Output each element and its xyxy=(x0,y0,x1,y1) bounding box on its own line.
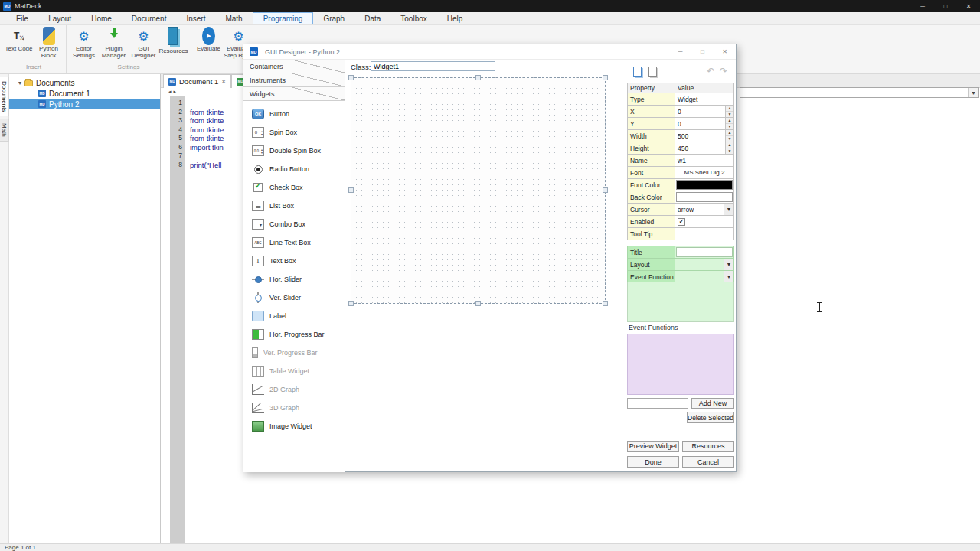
ribbon-button-text-code[interactable]: Text Code xyxy=(4,27,34,64)
widget-item-ver-progress-bar[interactable]: Ver. Progress Bar xyxy=(243,344,345,362)
maximize-icon[interactable]: □ xyxy=(934,0,957,12)
menu-tab-data[interactable]: Data xyxy=(354,12,390,24)
spin-down-icon[interactable]: ▼ xyxy=(726,148,733,154)
property-value-name[interactable]: w1 xyxy=(675,155,734,166)
add-new-button[interactable]: Add New xyxy=(691,398,734,409)
chevron-down-icon[interactable]: ▼ xyxy=(724,259,733,270)
selection-handle[interactable] xyxy=(348,75,354,80)
ribbon-button-resources[interactable]: Resources xyxy=(158,27,188,64)
selection-handle[interactable] xyxy=(348,187,354,193)
dialog-title-bar[interactable]: GUI Designer - Python 2 ─ □ ✕ xyxy=(243,44,736,60)
tab-scroll-arrows[interactable]: ◂▸ xyxy=(168,89,178,95)
tab-document-1[interactable]: Document 1 ✕ xyxy=(163,74,231,88)
property-value-font[interactable]: MS Shell Dlg 2 xyxy=(675,167,734,178)
widget-item-hor-progress-bar[interactable]: Hor. Progress Bar xyxy=(243,325,345,344)
section-containers[interactable]: Containers xyxy=(243,60,345,73)
close-icon[interactable]: ✕ xyxy=(957,0,980,12)
design-canvas[interactable] xyxy=(351,77,606,304)
top-right-dropdown[interactable]: ▼ xyxy=(740,87,979,98)
event-function-input[interactable] xyxy=(627,398,688,409)
paste-icon[interactable] xyxy=(648,67,657,77)
spinner-buttons[interactable]: ▲▼ xyxy=(725,142,733,154)
menu-tab-toolbox[interactable]: Toolbox xyxy=(390,12,436,24)
spin-down-icon[interactable]: ▼ xyxy=(726,136,733,142)
section-widgets[interactable]: Widgets xyxy=(243,87,345,101)
undo-icon[interactable]: ↶ xyxy=(707,66,714,77)
property-value-width[interactable]: 500▲▼ xyxy=(675,130,734,142)
menu-tab-graph[interactable]: Graph xyxy=(313,12,354,24)
widget-item-table-widget[interactable]: Table Widget xyxy=(243,362,345,380)
cancel-button[interactable]: Cancel xyxy=(682,456,734,468)
property-value-y[interactable]: 0▲▼ xyxy=(675,118,734,129)
close-icon[interactable]: ✕ xyxy=(221,79,226,85)
tree-item-document-1[interactable]: Document 1 xyxy=(9,88,160,99)
chevron-down-icon[interactable]: ▼ xyxy=(968,88,978,97)
property-value-font-color[interactable] xyxy=(675,179,734,191)
widget-item-image-widget[interactable]: Image Widget xyxy=(243,417,345,435)
property-value-back-color[interactable] xyxy=(675,191,734,203)
preview-widget-button[interactable]: Preview Widget xyxy=(627,441,679,452)
menu-tab-math[interactable]: Math xyxy=(215,12,252,24)
inline-input[interactable] xyxy=(676,247,733,257)
menu-tab-insert[interactable]: Insert xyxy=(176,12,215,24)
property-value-cursor[interactable]: arrow▼ xyxy=(675,204,734,215)
widget-item-hor-slider[interactable]: Hor. Slider xyxy=(243,270,345,289)
menu-tab-help[interactable]: Help xyxy=(437,12,473,24)
selection-handle[interactable] xyxy=(603,187,608,193)
menu-tab-file[interactable]: File xyxy=(6,12,38,24)
spin-up-icon[interactable]: ▲ xyxy=(726,130,733,136)
selection-handle[interactable] xyxy=(475,301,481,306)
vertical-tab-math[interactable]: Math xyxy=(0,119,9,142)
vertical-tab-documents[interactable]: Documents xyxy=(0,77,9,116)
spin-up-icon[interactable]: ▲ xyxy=(726,118,733,124)
spinner-buttons[interactable]: ▲▼ xyxy=(725,106,733,117)
widget-item-list-box[interactable]: List Box xyxy=(243,197,345,215)
minimize-icon[interactable]: ─ xyxy=(669,44,691,59)
tree-item-python-2[interactable]: Python 2 xyxy=(9,99,160,109)
property-value-type[interactable]: Widget xyxy=(675,93,734,105)
chevron-down-icon[interactable]: ▼ xyxy=(724,204,733,215)
selection-handle[interactable] xyxy=(603,75,608,80)
widget-item-radio-button[interactable]: Radio Button xyxy=(243,160,345,178)
spinner-buttons[interactable]: ▲▼ xyxy=(725,118,733,129)
menu-tab-home[interactable]: Home xyxy=(81,12,122,24)
widget-item-check-box[interactable]: Check Box xyxy=(243,178,345,197)
done-button[interactable]: Done xyxy=(627,456,679,468)
widget-item-line-text-box[interactable]: Line Text Box xyxy=(243,233,345,252)
widget-item-label[interactable]: Label xyxy=(243,307,345,325)
ribbon-button-evaluate[interactable]: Evaluate xyxy=(194,27,224,64)
property-value-event-function[interactable]: ▼ xyxy=(675,271,734,282)
ribbon-button-editor-settings[interactable]: Editor Settings xyxy=(69,27,99,64)
ribbon-button-gui-designer[interactable]: GUI Designer xyxy=(129,27,158,64)
spinner-buttons[interactable]: ▲▼ xyxy=(725,130,733,142)
delete-selected-button[interactable]: Delete Selected xyxy=(687,412,734,423)
section-instruments[interactable]: Instruments xyxy=(243,73,345,87)
tree-root-documents[interactable]: ▾Documents xyxy=(9,77,160,88)
copy-icon[interactable] xyxy=(633,67,642,77)
widget-item-double-spin-box[interactable]: Double Spin Box xyxy=(243,142,345,160)
resources-button[interactable]: Resources xyxy=(682,441,734,452)
minimize-icon[interactable]: ─ xyxy=(911,0,934,12)
selection-handle[interactable] xyxy=(603,301,608,306)
widget-item-spin-box[interactable]: Spin Box xyxy=(243,123,345,142)
spin-up-icon[interactable]: ▲ xyxy=(726,142,733,148)
class-name-input[interactable] xyxy=(371,61,495,71)
chevron-down-icon[interactable]: ▼ xyxy=(724,271,733,282)
property-value-x[interactable]: 0▲▼ xyxy=(675,106,734,117)
maximize-icon[interactable]: □ xyxy=(691,44,714,59)
property-value-enabled[interactable]: ✓ xyxy=(675,216,734,227)
property-value-title[interactable] xyxy=(675,246,734,258)
widget-item-button[interactable]: Button xyxy=(243,105,345,123)
property-value-layout[interactable]: ▼ xyxy=(675,259,734,270)
close-icon[interactable]: ✕ xyxy=(714,44,736,59)
widget-item-text-box[interactable]: Text Box xyxy=(243,252,345,270)
menu-tab-programing[interactable]: Programing xyxy=(253,12,314,24)
widget-item-3d-graph[interactable]: 3D Graph xyxy=(243,399,345,417)
property-value-tool-tip[interactable] xyxy=(675,228,734,240)
spin-up-icon[interactable]: ▲ xyxy=(726,106,733,112)
selection-handle[interactable] xyxy=(348,301,354,306)
checkbox-checked-icon[interactable]: ✓ xyxy=(678,218,685,226)
widget-item-ver-slider[interactable]: Ver. Slider xyxy=(243,289,345,307)
spin-down-icon[interactable]: ▼ xyxy=(726,124,733,129)
property-value-height[interactable]: 450▲▼ xyxy=(675,142,734,154)
